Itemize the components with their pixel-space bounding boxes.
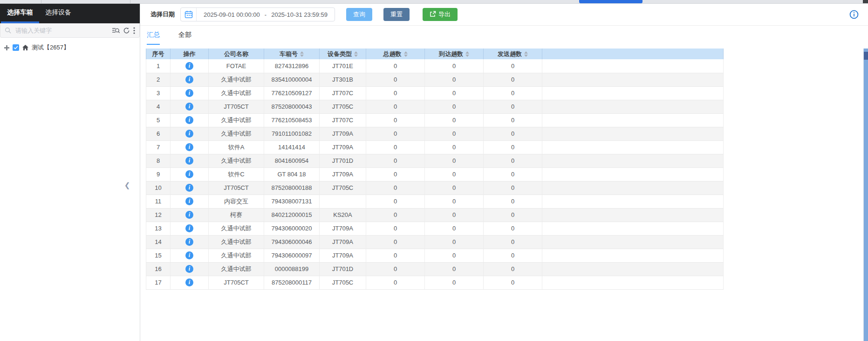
cell-filler — [542, 167, 724, 181]
cell-arrived-trips: 0 — [425, 127, 484, 140]
row-info-icon[interactable]: i — [185, 116, 193, 124]
row-info-icon[interactable]: i — [185, 143, 193, 151]
sidebar-collapse-button[interactable]: ❮ — [123, 177, 131, 193]
column-header-6[interactable]: 总趟数 — [366, 49, 425, 59]
table-row: 8i久通中试部8041600954JT701D000 — [146, 154, 724, 167]
cell-company: 久通中试部 — [209, 73, 264, 86]
scrollbar-thumb[interactable] — [864, 52, 868, 60]
sort-caret-icon[interactable] — [404, 51, 408, 57]
refresh-icon[interactable] — [123, 27, 130, 34]
row-info-icon[interactable]: i — [185, 130, 193, 138]
cell-total-trips: 0 — [366, 73, 425, 86]
cell-box-no: 794306000097 — [264, 249, 320, 262]
column-header-2: 操作 — [171, 49, 209, 59]
cell-filler — [542, 59, 724, 73]
sort-caret-icon[interactable] — [524, 51, 528, 57]
row-info-icon[interactable]: i — [185, 211, 193, 219]
sidebar-tab-select-box[interactable]: 选择车箱 — [1, 4, 39, 23]
row-info-icon[interactable]: i — [185, 76, 193, 84]
row-info-icon[interactable]: i — [185, 278, 193, 286]
cell-company: FOTAE — [209, 59, 264, 73]
cell-index: 13 — [146, 222, 171, 235]
column-header-5[interactable]: 设备类型 — [320, 49, 366, 59]
search-input[interactable] — [14, 27, 109, 35]
cell-filler — [542, 208, 724, 222]
advanced-search-icon[interactable] — [112, 27, 120, 34]
cell-arrived-trips: 0 — [425, 100, 484, 113]
cell-total-trips: 0 — [366, 276, 425, 289]
cell-device-type: JT705C — [320, 100, 366, 113]
cell-device-type: JT707C — [320, 113, 366, 127]
sort-caret-icon[interactable] — [354, 51, 358, 57]
cell-device-type: JT705C — [320, 181, 366, 195]
cell-box-no: 14141414 — [264, 140, 320, 154]
table-header-row: 序号操作公司名称车箱号设备类型总趟数到达趟数发送趟数 — [146, 49, 724, 59]
cell-device-type: JT709A — [320, 249, 366, 262]
row-info-icon[interactable]: i — [185, 157, 193, 165]
row-info-icon[interactable]: i — [185, 251, 193, 259]
table-row: 15i久通中试部794306000097JT709A000 — [146, 249, 724, 262]
sort-caret-icon[interactable] — [465, 51, 469, 57]
tree-node-root[interactable]: 测试【2657】 — [4, 43, 136, 52]
reset-button[interactable]: 重置 — [383, 8, 410, 21]
row-info-icon[interactable]: i — [185, 197, 193, 205]
sidebar-tab-select-device[interactable]: 选择设备 — [39, 4, 77, 23]
info-circle-icon[interactable] — [849, 10, 859, 19]
tab-summary[interactable]: 汇总 — [147, 26, 160, 45]
column-header-3: 公司名称 — [209, 49, 264, 59]
column-label: 设备类型 — [328, 50, 352, 57]
more-vertical-icon[interactable] — [133, 27, 135, 34]
strip-divider — [41, 0, 41, 3]
cell-device-type: JT707C — [320, 86, 366, 100]
cell-sent-trips: 0 — [484, 181, 542, 195]
cell-device-type: JT701D — [320, 262, 366, 276]
cell-total-trips: 0 — [366, 140, 425, 154]
row-info-icon[interactable]: i — [185, 184, 193, 192]
sidebar-tabs: 选择车箱 选择设备 — [0, 4, 140, 23]
column-header-filler — [542, 49, 724, 59]
cell-device-type: JT709A — [320, 235, 366, 249]
cell-index: 9 — [146, 167, 171, 181]
query-button[interactable]: 查询 — [346, 8, 372, 21]
sort-caret-icon[interactable] — [300, 51, 304, 57]
column-header-7[interactable]: 到达趟数 — [425, 49, 484, 59]
row-info-icon[interactable]: i — [185, 170, 193, 178]
cell-sent-trips: 0 — [484, 208, 542, 222]
browser-accent-chip — [579, 0, 642, 3]
column-header-4[interactable]: 车箱号 — [264, 49, 320, 59]
sidebar-tree: 测试【2657】 — [0, 38, 140, 57]
table-row: 12i柯赛840212000015KS20A000 — [146, 208, 724, 222]
cell-total-trips: 0 — [366, 195, 425, 208]
export-button[interactable]: 导出 — [423, 8, 458, 21]
cell-operation: i — [171, 262, 209, 276]
cell-total-trips: 0 — [366, 222, 425, 235]
row-info-icon[interactable]: i — [185, 238, 193, 246]
cell-box-no: 875208000043 — [264, 100, 320, 113]
table-row: 16i久通中试部0000088199JT701D000 — [146, 262, 724, 276]
calendar-icon — [181, 8, 197, 21]
cell-company: JT705CT — [209, 276, 264, 289]
row-info-icon[interactable]: i — [185, 89, 193, 97]
table-row: 10iJT705CT875208000188JT705C000 — [146, 181, 724, 195]
column-header-8[interactable]: 发送趟数 — [484, 49, 542, 59]
cell-company: 久通中试部 — [209, 235, 264, 249]
cell-device-type: JT705C — [320, 276, 366, 289]
row-info-icon[interactable]: i — [185, 265, 193, 273]
row-info-icon[interactable]: i — [185, 62, 193, 70]
cell-arrived-trips: 0 — [425, 249, 484, 262]
cell-filler — [542, 235, 724, 249]
cell-company: 久通中试部 — [209, 127, 264, 140]
tree-checkbox[interactable] — [13, 44, 19, 51]
row-info-icon[interactable]: i — [185, 224, 193, 232]
cell-arrived-trips: 0 — [425, 262, 484, 276]
search-icon — [5, 27, 11, 34]
expand-plus-icon[interactable] — [4, 45, 10, 51]
date-range-input[interactable]: 2025-09-01 00:00:00 - 2025-10-31 23:59:5… — [180, 7, 335, 21]
cell-total-trips: 0 — [366, 249, 425, 262]
cell-operation: i — [171, 113, 209, 127]
vertical-scrollbar[interactable] — [863, 49, 868, 341]
cell-operation: i — [171, 59, 209, 73]
cell-sent-trips: 0 — [484, 59, 542, 73]
row-info-icon[interactable]: i — [185, 103, 193, 111]
tab-all[interactable]: 全部 — [178, 26, 191, 45]
